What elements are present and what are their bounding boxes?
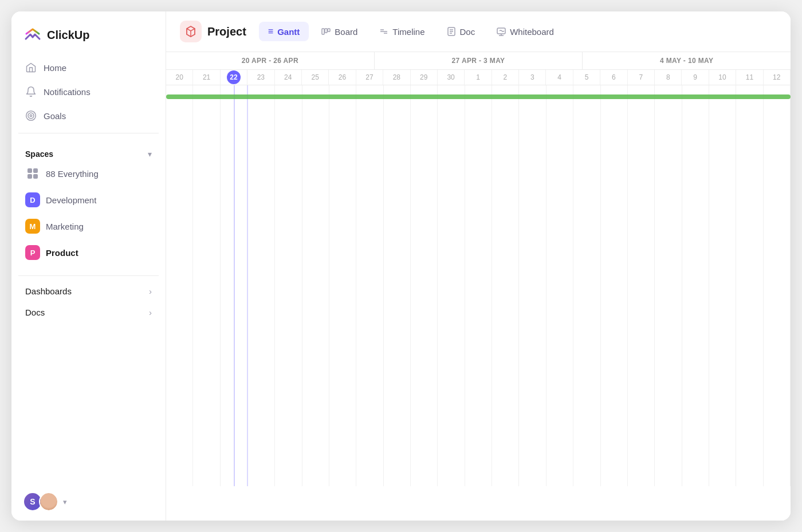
sidebar-item-marketing[interactable]: M Marketing xyxy=(18,214,159,239)
date-day-1: 1 xyxy=(465,70,492,85)
gantt-col-22 xyxy=(764,85,791,486)
sidebar-item-home[interactable]: Home xyxy=(18,56,159,79)
gantt-col-18 xyxy=(655,85,682,486)
gantt-col-15 xyxy=(573,85,600,486)
gantt-area: 20 APR - 26 APR 27 APR - 3 MAY 4 MAY - 1… xyxy=(166,52,791,521)
tab-gantt[interactable]: ≡ Gantt xyxy=(259,22,309,41)
date-day-28: 28 xyxy=(383,70,410,85)
svg-rect-7 xyxy=(33,174,38,179)
gantt-columns xyxy=(166,85,791,486)
sidebar-item-dashboards[interactable]: Dashboards › xyxy=(11,281,166,302)
gantt-tab-label: Gantt xyxy=(277,27,300,37)
gantt-col-21 xyxy=(736,85,763,486)
gantt-col-5 xyxy=(302,85,329,486)
svg-rect-5 xyxy=(33,168,38,173)
gantt-col-1 xyxy=(193,85,220,486)
sidebar-item-notifications-label: Notifications xyxy=(44,87,91,97)
sidebar-item-marketing-label: Marketing xyxy=(46,222,84,231)
project-box-icon xyxy=(184,25,197,38)
sidebar-footer: S ▾ xyxy=(11,483,166,521)
gantt-tab-icon: ≡ xyxy=(268,26,273,37)
divider-1 xyxy=(18,133,159,133)
tab-timeline[interactable]: Timeline xyxy=(370,22,434,41)
gantt-col-9 xyxy=(411,85,438,486)
date-day-26: 26 xyxy=(329,70,356,85)
tab-whiteboard[interactable]: Whiteboard xyxy=(488,22,563,41)
date-day-3: 3 xyxy=(519,70,546,85)
date-days: 2021TODAY2223242526272829301234567891011… xyxy=(166,70,791,85)
docs-label: Docs xyxy=(25,308,45,317)
sidebar-item-docs[interactable]: Docs › xyxy=(11,302,166,323)
everything-icon xyxy=(25,166,40,181)
topbar-project-title: Project xyxy=(207,25,246,38)
today-vertical-line xyxy=(234,85,235,486)
date-day-6: 6 xyxy=(600,70,627,85)
bell-icon xyxy=(25,86,37,97)
divider-2 xyxy=(18,275,159,276)
development-icon: D xyxy=(25,192,40,207)
chevron-down-icon[interactable]: ▾ xyxy=(148,149,152,159)
avatar-chevron-icon[interactable]: ▾ xyxy=(63,498,67,506)
board-tab-label: Board xyxy=(335,27,357,37)
svg-point-2 xyxy=(28,113,34,119)
gantt-col-3 xyxy=(248,85,275,486)
date-day-4: 4 xyxy=(546,70,573,85)
gantt-col-19 xyxy=(682,85,709,486)
doc-tab-label: Doc xyxy=(460,27,475,37)
gantt-col-20 xyxy=(709,85,736,486)
date-day-27: 27 xyxy=(356,70,383,85)
date-day-10: 10 xyxy=(709,70,736,85)
gantt-col-7 xyxy=(356,85,383,486)
dashboards-label: Dashboards xyxy=(25,286,72,296)
avatar-stack[interactable]: S xyxy=(23,492,58,511)
doc-tab-icon xyxy=(447,27,456,36)
date-day-29: 29 xyxy=(411,70,438,85)
sidebar-item-product[interactable]: P Product xyxy=(18,240,159,265)
logo-text: ClickUp xyxy=(47,29,89,42)
sidebar-item-notifications[interactable]: Notifications xyxy=(18,80,159,103)
gantt-content[interactable] xyxy=(166,85,791,521)
gantt-grid xyxy=(166,85,791,486)
date-day-8: 8 xyxy=(655,70,682,85)
date-day-20: 20 xyxy=(166,70,193,85)
gantt-col-4 xyxy=(275,85,302,486)
date-day-22: TODAY22 xyxy=(221,70,247,85)
gantt-progress-bar xyxy=(166,94,791,99)
logo[interactable]: ClickUp xyxy=(11,11,166,56)
gantt-col-14 xyxy=(547,85,573,486)
sidebar-item-product-label: Product xyxy=(46,248,78,258)
spaces-header: Spaces ▾ xyxy=(18,149,159,159)
sidebar-item-goals-label: Goals xyxy=(44,111,66,121)
svg-rect-9 xyxy=(322,29,324,34)
sidebar-item-home-label: Home xyxy=(44,63,66,73)
gantt-col-17 xyxy=(628,85,655,486)
spaces-title: Spaces xyxy=(25,149,53,159)
date-day-23: 23 xyxy=(247,70,274,85)
date-day-2: 2 xyxy=(492,70,519,85)
svg-rect-4 xyxy=(27,168,32,173)
sidebar-item-goals[interactable]: Goals xyxy=(18,104,159,127)
sidebar-item-everything[interactable]: 88 Everything xyxy=(18,161,159,186)
date-day-24: 24 xyxy=(275,70,302,85)
svg-point-1 xyxy=(26,111,36,121)
gantt-col-0 xyxy=(166,85,193,486)
period-2: 27 APR - 3 MAY xyxy=(375,52,583,69)
period-1: 20 APR - 26 APR xyxy=(166,52,375,69)
sidebar-item-development[interactable]: D Development xyxy=(18,187,159,212)
timeline-tab-label: Timeline xyxy=(392,27,424,37)
sidebar-item-everything-label: 88 Everything xyxy=(46,169,99,179)
date-day-5: 5 xyxy=(573,70,600,85)
whiteboard-tab-icon xyxy=(497,27,506,36)
svg-point-3 xyxy=(30,115,32,116)
marketing-icon: M xyxy=(25,219,40,234)
gantt-col-11 xyxy=(465,85,492,486)
gantt-col-16 xyxy=(601,85,628,486)
tab-board[interactable]: Board xyxy=(312,22,367,41)
date-day-9: 9 xyxy=(682,70,709,85)
timeline-tab-icon xyxy=(379,27,388,36)
date-day-7: 7 xyxy=(628,70,655,85)
tab-doc[interactable]: Doc xyxy=(438,22,485,41)
everything-grid-icon xyxy=(26,167,39,180)
date-day-11: 11 xyxy=(736,70,763,85)
app-container: ClickUp Home Notifications Goals Spaces … xyxy=(11,11,791,521)
